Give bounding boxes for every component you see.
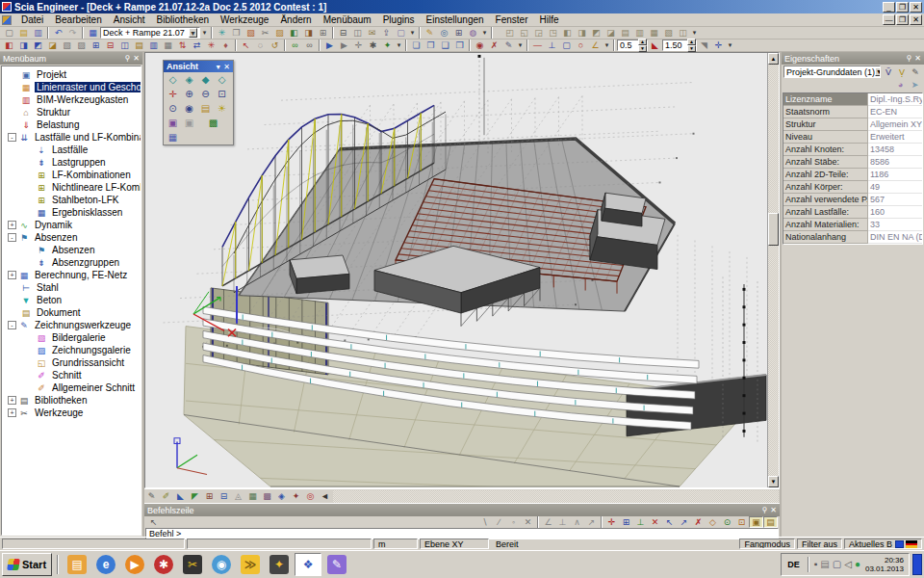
- menu-ansicht[interactable]: Ansicht: [108, 13, 151, 26]
- status-fangmodus[interactable]: Fangmodus: [739, 539, 795, 549]
- ansicht-close-icon[interactable]: ✕: [223, 63, 230, 71]
- filter2-icon[interactable]: Ṿ: [895, 66, 909, 78]
- ansicht-menu-icon[interactable]: ▼: [215, 64, 221, 70]
- clipboard3-icon[interactable]: ❑: [438, 39, 452, 51]
- snap-diam-icon[interactable]: ◇: [706, 516, 720, 528]
- tree-expand-icon[interactable]: -: [8, 321, 16, 329]
- sel-beams-icon[interactable]: ◨: [16, 39, 31, 51]
- snap-box-icon[interactable]: ⊡: [734, 516, 749, 528]
- wireframe-icon[interactable]: ✳: [215, 27, 229, 39]
- strip-plate-icon[interactable]: ⊞: [202, 490, 217, 502]
- erase-icon[interactable]: ✕: [521, 516, 535, 528]
- status-filter-aus[interactable]: Filter aus: [797, 539, 842, 549]
- toolbar-dropdown-icon[interactable]: ▾: [480, 27, 489, 39]
- property-row[interactable]: Anzahl Stäbe:8586: [783, 156, 922, 169]
- view-axo4-icon[interactable]: ◪: [603, 27, 618, 39]
- pie-icon[interactable]: ◕: [893, 79, 908, 91]
- tray-update-icon[interactable]: ●: [855, 560, 860, 569]
- act-named-icon[interactable]: ▤: [132, 39, 146, 51]
- line-icon[interactable]: —: [530, 39, 545, 51]
- model-viewport[interactable]: Ansicht ▼ ✕ ◇◈◆◇✛⊕⊖⊡⊙◉▤☀▣▣▩▦ ▲ ▼: [144, 52, 780, 488]
- image-icon[interactable]: ◧: [287, 27, 301, 39]
- show-desktop-button[interactable]: [912, 554, 922, 575]
- pin-icon[interactable]: ⚲: [124, 55, 130, 63]
- view-front-icon[interactable]: ◱: [517, 27, 531, 39]
- close-panel-icon[interactable]: ✕: [914, 55, 921, 63]
- vscroll-thumb[interactable]: [768, 213, 779, 246]
- tree-expand-icon[interactable]: +: [8, 271, 16, 279]
- dim-icon[interactable]: ◣: [648, 39, 662, 51]
- doc-image-icon[interactable]: ◨: [301, 27, 316, 39]
- strip-star-icon[interactable]: ✦: [289, 490, 303, 502]
- hscroll-thumb[interactable]: [350, 490, 395, 503]
- spin-down-icon[interactable]: ▼: [687, 45, 696, 52]
- snap-tan-icon[interactable]: ↗: [584, 516, 599, 528]
- act-current-icon[interactable]: ⊟: [103, 39, 117, 51]
- spin-up-icon[interactable]: ▲: [687, 39, 696, 45]
- tree-linienraster[interactable]: ▦Linienraster und Geschosse: [2, 81, 141, 93]
- filter1-icon[interactable]: Ṽ: [882, 66, 895, 78]
- act-layers-icon[interactable]: ▧: [60, 39, 74, 51]
- strip-pen-icon[interactable]: ✐: [159, 490, 173, 502]
- view-axo1-icon[interactable]: ◧: [560, 27, 575, 39]
- strip-shell-icon[interactable]: ◬: [231, 490, 245, 502]
- menu-werkzeuge[interactable]: Werkzeuge: [215, 13, 274, 26]
- doc-icon[interactable]: ▢: [394, 27, 408, 39]
- sel-nodes-icon[interactable]: ◧: [2, 39, 16, 51]
- snap-grid-icon[interactable]: ⊞: [619, 516, 633, 528]
- snap-perp-icon[interactable]: ⊥: [555, 516, 570, 528]
- tree-expand-icon[interactable]: -: [8, 233, 16, 242]
- property-row[interactable]: NiveauErweitert: [783, 131, 922, 144]
- zoom-out-icon[interactable]: ⊖: [197, 87, 214, 101]
- copy-view-icon[interactable]: ❐: [229, 27, 244, 39]
- tree-projekt[interactable]: ▣Projekt: [2, 68, 141, 81]
- taskbar-accelerator[interactable]: ≫: [237, 553, 264, 576]
- minimize-button[interactable]: _: [883, 2, 895, 13]
- axo-view4-icon[interactable]: ◇: [214, 72, 230, 87]
- project-combo[interactable]: Deck + Rampe 21.07▼: [100, 27, 200, 39]
- send-icon[interactable]: ✉: [365, 27, 379, 39]
- tree-lastfaelle-parent[interactable]: -⇊Lastfälle und LF-Kombinationen: [2, 131, 141, 144]
- axo-view2-icon[interactable]: ◈: [181, 72, 197, 87]
- tree-stahlbeton-lfk[interactable]: ⊞Stahlbeton-LFK: [2, 194, 141, 206]
- camera2-icon[interactable]: ▣: [181, 116, 197, 130]
- prev-selection-icon[interactable]: ↺: [268, 39, 282, 51]
- draw-circle-icon[interactable]: ◦: [506, 516, 521, 528]
- tree-ergebnisklassen[interactable]: ▦Ergebnisklassen: [2, 206, 141, 219]
- close-button[interactable]: ✕: [910, 2, 922, 13]
- property-row[interactable]: Anzahl Lastfälle:160: [783, 206, 922, 219]
- tree-stahl[interactable]: ⊢Stahl: [2, 281, 141, 294]
- scale-spin[interactable]: 1.50▲▼: [662, 39, 697, 51]
- mdi-minimize-button[interactable]: —: [883, 14, 895, 25]
- spin-down-icon[interactable]: ▼: [638, 45, 647, 52]
- tree-werkzeuge[interactable]: +✂Werkzeuge: [2, 407, 141, 419]
- property-row[interactable]: Anzahl verwendete P...567: [783, 194, 922, 206]
- 3d-model-view[interactable]: [145, 53, 767, 488]
- strip-mesh-icon[interactable]: ▩: [260, 490, 274, 502]
- act-visible-icon[interactable]: ◫: [117, 39, 132, 51]
- axo-view1-icon[interactable]: ◇: [165, 72, 181, 87]
- view-settings-icon[interactable]: ▦: [165, 130, 181, 144]
- axo-view3-icon[interactable]: ◆: [197, 72, 214, 87]
- zoom-in-icon[interactable]: ⊕: [181, 87, 197, 101]
- snap-center-icon[interactable]: ⊙: [720, 516, 734, 528]
- light-icon[interactable]: ☀: [214, 101, 230, 116]
- act-star-icon[interactable]: ✳: [204, 39, 218, 51]
- export-icon[interactable]: ⇪: [379, 27, 394, 39]
- angle-icon[interactable]: ∠: [588, 39, 603, 51]
- coord-icon[interactable]: ✛: [711, 39, 726, 51]
- snap-dot-icon[interactable]: ▣: [749, 516, 763, 528]
- tree-dynamik[interactable]: +∿Dynamik: [2, 219, 141, 231]
- camera1-icon[interactable]: ▣: [165, 116, 181, 130]
- engineering-icon[interactable]: ✦: [380, 39, 395, 51]
- results-icon[interactable]: ▶: [337, 39, 351, 51]
- zoom-all-icon[interactable]: ⊙: [165, 101, 181, 116]
- tree-bim[interactable]: ▥BIM-Werkzeugkasten: [2, 93, 141, 106]
- undo-icon[interactable]: ↶: [51, 27, 65, 39]
- property-type-combo[interactable]: Projekt-Grunddaten (1) ▼: [783, 66, 881, 78]
- view-side-icon[interactable]: ◲: [531, 27, 546, 39]
- calc-icon[interactable]: ◎: [437, 27, 451, 39]
- strip-node-icon[interactable]: ◣: [173, 490, 188, 502]
- act-clip-icon[interactable]: ▨: [74, 39, 89, 51]
- preview-icon[interactable]: ◫: [350, 27, 365, 39]
